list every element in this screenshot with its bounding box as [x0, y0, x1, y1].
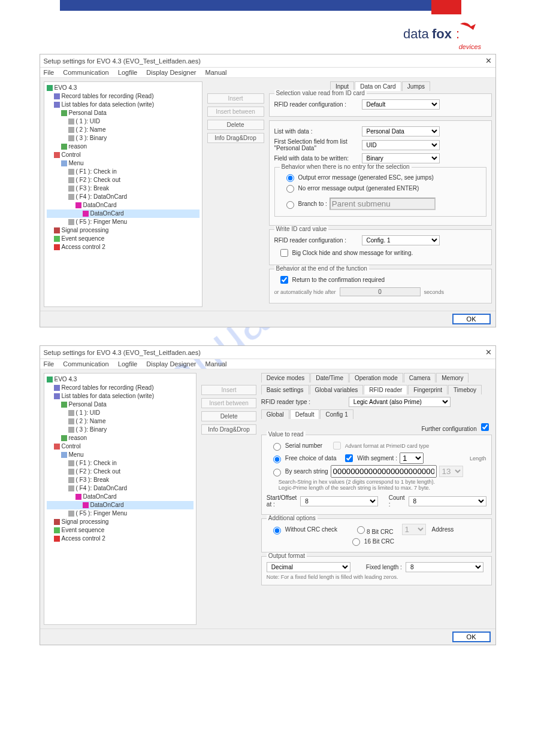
radio-branch[interactable]: [286, 201, 294, 209]
search-string-input[interactable]: [331, 465, 437, 478]
check-with-segment[interactable]: [345, 454, 353, 462]
window-2: Setup settings for EVO 4.3 (EVO_Test_Lei…: [40, 345, 496, 645]
header-blue-bar: [60, 0, 431, 11]
tab-rfid-reader[interactable]: RFID reader: [364, 385, 407, 394]
menu-file[interactable]: File: [44, 69, 55, 76]
insert-between-button: Insert between: [207, 107, 264, 117]
count-select[interactable]: 8: [409, 496, 486, 506]
delete-button[interactable]: Delete: [207, 120, 264, 130]
window-1: Setup settings for EVO 4.3 (EVO_Test_Lei…: [40, 54, 496, 327]
rfid-config-select[interactable]: Default: [362, 99, 440, 110]
output-format-select[interactable]: Decimal: [267, 562, 350, 572]
rfid-reader-type-select[interactable]: Legic Advant (also Prime): [349, 397, 451, 407]
insert-button: Insert: [207, 93, 264, 104]
menu-communication[interactable]: Communication: [63, 69, 108, 76]
svg-text:fox: fox: [432, 26, 452, 41]
close-icon[interactable]: ✕: [485, 56, 492, 65]
close-icon[interactable]: ✕: [485, 348, 492, 357]
check-further-config[interactable]: [481, 423, 489, 431]
field-to-write-select[interactable]: Binary: [362, 153, 440, 163]
ok-button[interactable]: OK: [452, 631, 491, 642]
svg-text:data: data: [403, 26, 430, 41]
radio-free-choice[interactable]: [273, 456, 281, 463]
radio-no-error[interactable]: [286, 185, 294, 193]
write-rfid-config-select[interactable]: Config. 1: [362, 235, 440, 245]
svg-text::: :: [456, 26, 460, 41]
tree-item-selected[interactable]: DataOnCard: [47, 210, 200, 218]
menu-logfile[interactable]: Logfile: [118, 69, 137, 76]
info-dragdrop-button[interactable]: Info Drag&Drop: [207, 133, 264, 143]
menu-manual[interactable]: Manual: [205, 69, 226, 76]
auto-hide-seconds: [340, 287, 421, 296]
radio-search-string[interactable]: [273, 469, 281, 476]
branch-target: [330, 198, 436, 210]
segment-select[interactable]: 1: [400, 453, 424, 464]
header-red-bar: [431, 0, 461, 14]
start-offset-select[interactable]: 8: [300, 496, 378, 506]
logo: data fox : devices: [403, 22, 481, 50]
ok-button[interactable]: OK: [452, 314, 491, 324]
check-return-confirm[interactable]: [280, 276, 288, 284]
menu-display-designer[interactable]: Display Designer: [146, 69, 196, 76]
subtab-config1[interactable]: Config 1: [320, 409, 353, 419]
radio-no-crc[interactable]: [273, 527, 281, 535]
fixed-length-select[interactable]: 8: [406, 562, 483, 572]
radio-16crc[interactable]: [352, 538, 360, 546]
tab-jumps[interactable]: Jumps: [402, 81, 430, 91]
radio-serial[interactable]: [273, 443, 281, 451]
radio-8crc[interactable]: [357, 526, 365, 534]
menu-bar: File Communication Logfile Display Desig…: [40, 68, 495, 78]
window-title: Setup settings for EVO 4.3 (EVO_Test_Lei…: [44, 57, 201, 65]
radio-output-error[interactable]: [286, 174, 294, 182]
subtab-default[interactable]: Default: [290, 409, 320, 419]
check-big-clock[interactable]: [280, 249, 288, 257]
list-with-data-select[interactable]: Personal Data: [362, 126, 440, 136]
subtab-global[interactable]: Global: [261, 409, 289, 419]
group-selection-value: Selection value read from ID card RFID r…: [269, 93, 492, 117]
window-title: Setup settings for EVO 4.3 (EVO_Test_Lei…: [44, 349, 201, 356]
tab-device-modes[interactable]: Device modes: [261, 373, 310, 382]
tree-panel: EVO 4.3 Record tables for recording (Rea…: [44, 81, 202, 307]
first-selection-field-select[interactable]: UID: [362, 140, 440, 150]
